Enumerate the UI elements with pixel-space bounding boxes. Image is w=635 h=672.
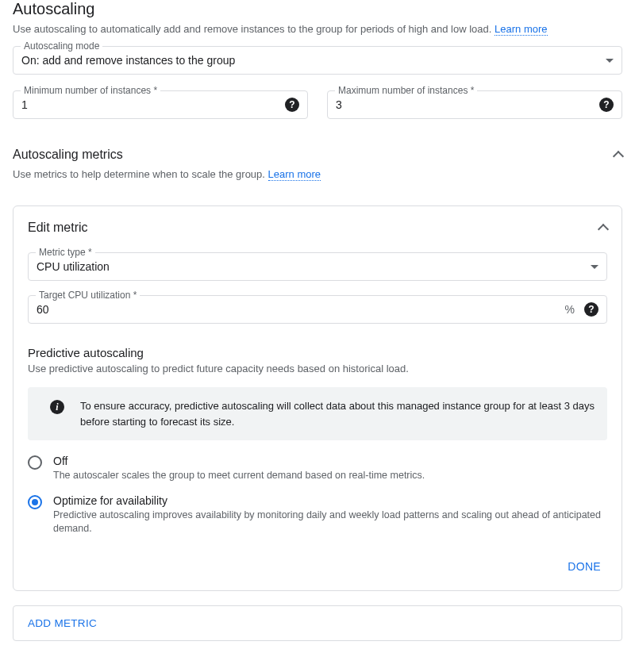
chevron-up-icon	[613, 151, 624, 162]
predictive-option-optimize[interactable]: Optimize for availability Predictive aut…	[28, 494, 607, 536]
predictive-option-optimize-label: Optimize for availability	[53, 494, 607, 507]
metrics-desc: Use metrics to help determine when to sc…	[13, 168, 622, 180]
autoscaling-mode-value: On: add and remove instances to the grou…	[21, 54, 601, 67]
target-cpu-input[interactable]	[37, 303, 565, 316]
metric-type-label: Metric type *	[36, 247, 95, 258]
help-icon[interactable]: ?	[599, 98, 614, 112]
autoscaling-desc: Use autoscaling to automatically add and…	[13, 23, 622, 35]
caret-down-icon	[591, 265, 598, 269]
predictive-option-off[interactable]: Off The autoscaler scales the group to m…	[28, 455, 607, 483]
edit-metric-title: Edit metric	[28, 221, 88, 235]
min-instances-label: Minimum number of instances *	[21, 85, 160, 96]
chevron-up-icon	[598, 224, 609, 235]
predictive-option-off-label: Off	[53, 455, 425, 467]
help-icon[interactable]: ?	[285, 98, 299, 112]
edit-metric-card: Edit metric Metric type * CPU utilizatio…	[13, 205, 622, 591]
autoscaling-mode-select[interactable]: Autoscaling mode On: add and remove inst…	[13, 46, 622, 75]
caret-down-icon	[606, 59, 614, 63]
radio-icon	[28, 455, 42, 470]
predictive-desc: Use predictive autoscaling to predict fu…	[28, 363, 607, 374]
info-icon: i	[50, 400, 64, 414]
target-cpu-field[interactable]: Target CPU utilization * % ?	[28, 295, 607, 324]
edit-metric-header[interactable]: Edit metric	[28, 221, 607, 235]
help-icon[interactable]: ?	[584, 302, 598, 317]
predictive-title: Predictive autoscaling	[28, 346, 607, 359]
metrics-learn-more-link[interactable]: Learn more	[268, 168, 321, 181]
predictive-option-off-sub: The autoscaler scales the group to meet …	[53, 469, 425, 483]
percent-suffix: %	[565, 303, 575, 316]
metric-type-select[interactable]: Metric type * CPU utilization	[28, 252, 607, 281]
radio-icon-checked	[28, 495, 42, 509]
done-button[interactable]: DONE	[561, 557, 607, 576]
min-instances-input[interactable]	[21, 98, 280, 111]
autoscaling-learn-more-link[interactable]: Learn more	[495, 23, 547, 36]
predictive-info-banner: i To ensure accuracy, predictive autosca…	[28, 387, 607, 440]
metric-type-value: CPU utilization	[37, 260, 586, 273]
predictive-option-optimize-sub: Predictive autoscaling improves availabi…	[53, 509, 607, 536]
metrics-header[interactable]: Autoscaling metrics	[13, 148, 622, 162]
autoscaling-mode-label: Autoscaling mode	[21, 40, 102, 52]
min-instances-field[interactable]: Minimum number of instances * ?	[13, 90, 308, 119]
autoscaling-desc-text: Use autoscaling to automatically add and…	[13, 23, 495, 35]
max-instances-input[interactable]	[336, 98, 595, 111]
metrics-title: Autoscaling metrics	[13, 148, 123, 162]
metrics-desc-text: Use metrics to help determine when to sc…	[13, 168, 268, 180]
max-instances-field[interactable]: Maximum number of instances * ?	[327, 90, 622, 119]
predictive-info-text: To ensure accuracy, predictive autoscali…	[80, 398, 595, 429]
max-instances-label: Maximum number of instances *	[335, 85, 477, 96]
target-cpu-label: Target CPU utilization *	[36, 290, 140, 301]
autoscaling-title: Autoscaling	[13, 0, 622, 18]
add-metric-button[interactable]: ADD METRIC	[13, 605, 622, 641]
